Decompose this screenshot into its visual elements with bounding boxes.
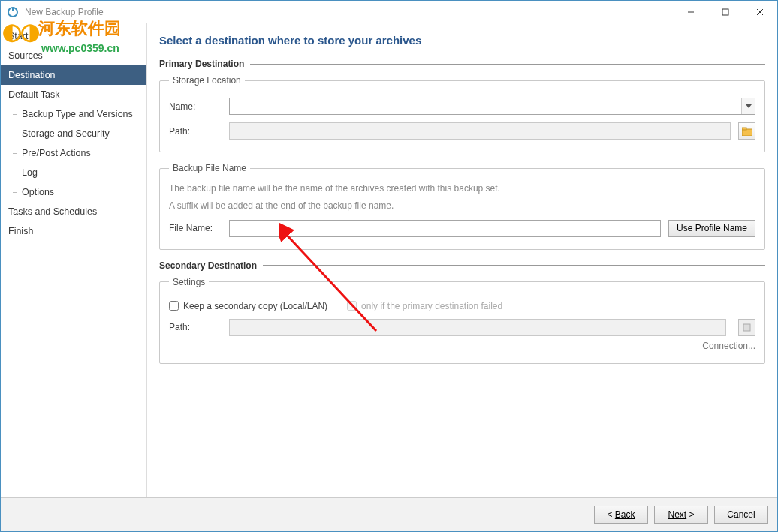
svg-marker-6 [746, 104, 752, 108]
svg-rect-3 [722, 9, 728, 15]
use-profile-name-button[interactable]: Use Profile Name [668, 220, 755, 237]
content-pane: Select a destination where to store your… [147, 23, 777, 497]
sidebar-subitem-storage-security[interactable]: Storage and Security [1, 124, 146, 143]
file-name-label: File Name: [169, 223, 222, 233]
wizard-sidebar: Start Sources Destination Default Task B… [1, 23, 147, 497]
sidebar-subitem-options[interactable]: Options [1, 182, 146, 202]
primary-destination-title: Primary Destination [159, 59, 244, 69]
storage-location-legend: Storage Location [169, 75, 245, 86]
keep-secondary-copy-checkbox[interactable] [169, 301, 179, 311]
maximize-button[interactable] [708, 1, 743, 23]
back-button[interactable]: < Back [594, 506, 648, 524]
sidebar-subitem-pre-post[interactable]: Pre/Post Actions [1, 143, 146, 163]
storage-location-group: Storage Location Name: Path: [159, 75, 765, 152]
minimize-button[interactable] [674, 1, 708, 23]
svg-rect-8 [742, 128, 746, 130]
cancel-button[interactable]: Cancel [714, 506, 768, 524]
app-icon [7, 6, 19, 18]
secondary-path-label: Path: [169, 322, 222, 332]
sidebar-subitem-backup-type[interactable]: Backup Type and Versions [1, 104, 146, 124]
sidebar-item-sources[interactable]: Sources [1, 46, 146, 65]
path-display [229, 122, 731, 140]
name-label: Name: [169, 101, 222, 112]
secondary-settings-group: Settings Keep a secondary copy (Local/LA… [159, 277, 765, 364]
sidebar-item-destination[interactable]: Destination [1, 65, 146, 85]
sidebar-subitem-log[interactable]: Log [1, 163, 146, 182]
connection-link[interactable]: Connection... [169, 341, 755, 351]
close-button[interactable] [743, 1, 777, 23]
primary-destination-header: Primary Destination [159, 59, 765, 69]
backup-file-hint2: A suffix will be added at the end of the… [169, 200, 755, 212]
name-combo[interactable] [229, 98, 755, 115]
chevron-down-icon[interactable] [741, 98, 755, 114]
path-label: Path: [169, 126, 222, 137]
secondary-settings-legend: Settings [169, 277, 209, 287]
backup-file-hint1: The backup file name will be the name of… [169, 182, 755, 195]
backup-file-name-legend: Backup File Name [169, 163, 250, 173]
keep-secondary-copy-label: Keep a secondary copy (Local/LAN) [183, 301, 327, 311]
backup-file-name-group: Backup File Name The backup file name wi… [159, 163, 765, 250]
window-title: New Backup Profile [25, 7, 674, 17]
sidebar-item-default-task[interactable]: Default Task [1, 85, 146, 104]
next-button[interactable]: Next > [654, 506, 708, 524]
sidebar-item-start[interactable]: Start [1, 26, 146, 46]
sidebar-item-finish[interactable]: Finish [1, 221, 146, 241]
browse-folder-button[interactable] [738, 122, 755, 140]
secondary-path-display [229, 319, 726, 336]
svg-rect-9 [743, 324, 750, 331]
secondary-destination-header: Secondary Destination [159, 260, 765, 271]
page-heading: Select a destination where to store your… [159, 34, 765, 47]
only-if-failed-checkbox [347, 301, 357, 311]
only-if-failed-label: only if the primary destination failed [361, 301, 502, 311]
wizard-footer: < Back Next > Cancel [1, 497, 777, 531]
secondary-path-browse-button[interactable] [738, 319, 755, 336]
title-bar: New Backup Profile [1, 1, 777, 23]
secondary-destination-title: Secondary Destination [159, 260, 257, 271]
svg-rect-1 [12, 8, 14, 11]
sidebar-item-tasks-schedules[interactable]: Tasks and Schedules [1, 202, 146, 221]
file-name-input[interactable] [229, 220, 661, 237]
